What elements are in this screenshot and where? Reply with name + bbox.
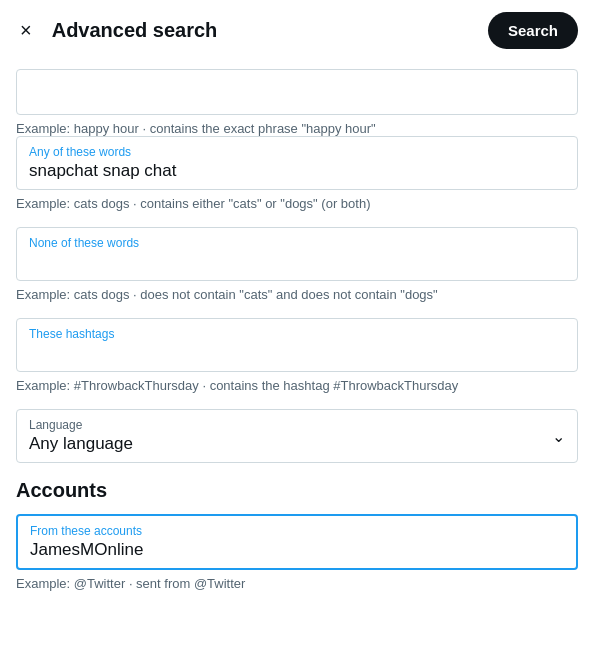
language-group: Language Any language ⌄: [16, 409, 578, 463]
language-label: Language: [29, 418, 565, 432]
from-accounts-label: From these accounts: [30, 524, 564, 538]
none-words-example: Example: cats dogs · does not contain "c…: [16, 287, 578, 302]
close-button[interactable]: ×: [16, 15, 36, 46]
main-content: Example: happy hour · contains the exact…: [0, 61, 594, 623]
header: × Advanced search Search: [0, 0, 594, 61]
top-input[interactable]: [29, 82, 565, 102]
page-title: Advanced search: [52, 19, 218, 42]
hashtags-example: Example: #ThrowbackThursday · contains t…: [16, 378, 578, 393]
header-left: × Advanced search: [16, 15, 217, 46]
from-accounts-example: Example: @Twitter · sent from @Twitter: [16, 576, 578, 591]
language-select[interactable]: Language Any language ⌄: [16, 409, 578, 463]
from-accounts-input[interactable]: [30, 540, 564, 560]
hashtags-label: These hashtags: [29, 327, 565, 341]
top-input-example: Example: happy hour · contains the exact…: [16, 121, 578, 136]
language-value: Any language: [29, 434, 133, 453]
top-input-group: [16, 69, 578, 115]
accounts-section-title: Accounts: [16, 479, 578, 502]
accounts-section: Accounts From these accounts Example: @T…: [16, 479, 578, 591]
none-words-label: None of these words: [29, 236, 565, 250]
any-words-label: Any of these words: [29, 145, 565, 159]
close-icon: ×: [20, 19, 32, 42]
any-words-wrapper: Any of these words: [16, 136, 578, 190]
search-button[interactable]: Search: [488, 12, 578, 49]
hashtags-input[interactable]: [29, 343, 565, 363]
none-words-input[interactable]: [29, 252, 565, 272]
chevron-down-icon: ⌄: [552, 427, 565, 446]
none-words-wrapper: None of these words: [16, 227, 578, 281]
any-words-input[interactable]: [29, 161, 565, 181]
hashtags-wrapper: These hashtags: [16, 318, 578, 372]
none-words-group: None of these words Example: cats dogs ·…: [16, 227, 578, 302]
any-words-group: Any of these words Example: cats dogs · …: [16, 136, 578, 211]
hashtags-group: These hashtags Example: #ThrowbackThursd…: [16, 318, 578, 393]
from-accounts-wrapper: From these accounts: [16, 514, 578, 570]
any-words-example: Example: cats dogs · contains either "ca…: [16, 196, 578, 211]
